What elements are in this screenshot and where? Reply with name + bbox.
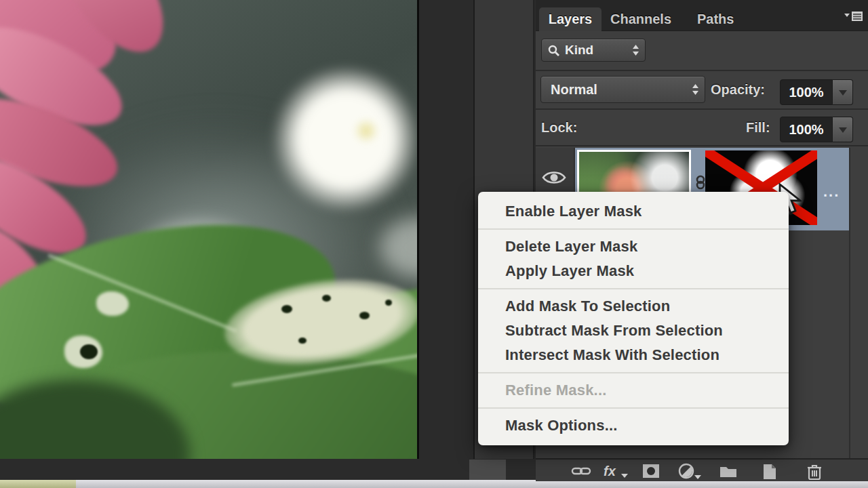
spinner-arrows-icon [632, 45, 639, 56]
filter-row: Kind [536, 32, 868, 68]
layer-mask-context-menu: Enable Layer Mask Delete Layer Mask Appl… [478, 192, 789, 445]
layer-style-icon[interactable]: fx [604, 463, 624, 479]
white-flower [271, 68, 419, 210]
new-layer-icon[interactable] [761, 463, 781, 479]
blend-mode-value: Normal [551, 77, 597, 102]
player-progress-watched[interactable] [0, 480, 76, 488]
tab-channels[interactable]: Channels [610, 7, 671, 31]
delete-layer-icon[interactable] [806, 463, 826, 479]
fill-dropdown-arrow[interactable] [833, 117, 853, 142]
opacity-value[interactable]: 100% [780, 79, 833, 105]
menu-item-delete-layer-mask[interactable]: Delete Layer Mask [478, 235, 789, 259]
tab-layers[interactable]: Layers [539, 7, 601, 31]
panel-bottom-bar: fx [536, 458, 868, 481]
fill-label: Fill: [746, 120, 770, 136]
leaf-spot [385, 300, 392, 306]
add-layer-mask-icon[interactable] [642, 463, 662, 479]
menu-item-enable-layer-mask[interactable]: Enable Layer Mask [478, 199, 789, 224]
panel-tab-bar: Layers Channels Paths [536, 0, 868, 31]
document-canvas[interactable] [0, 0, 419, 459]
white-flower-center [353, 119, 380, 143]
photoshop-window: Layers Channels Paths [0, 0, 868, 488]
menu-item-add-mask-to-selection[interactable]: Add Mask To Selection [478, 294, 789, 319]
lock-row: Lock: Fill: 100% [536, 108, 868, 146]
blend-mode-row: Normal Opacity: 100% [536, 70, 868, 107]
canvas-pedestal [0, 459, 536, 480]
leaf-hole [96, 291, 129, 316]
menu-item-subtract-mask-from-selection[interactable]: Subtract Mask From Selection [478, 319, 789, 343]
spinner-arrows-icon [692, 84, 699, 95]
tab-paths[interactable]: Paths [697, 7, 734, 31]
new-group-icon[interactable] [719, 463, 739, 479]
leaf-spot [322, 295, 331, 302]
fill-value[interactable]: 100% [780, 117, 833, 142]
leaf-spot [359, 312, 370, 319]
lock-label: Lock: [541, 120, 577, 136]
leaf-spot [298, 338, 307, 344]
menu-item-apply-layer-mask[interactable]: Apply Layer Mask [478, 259, 789, 283]
link-layers-icon[interactable] [571, 463, 591, 479]
new-adjustment-layer-icon[interactable] [678, 463, 698, 479]
leaf-hole-dark [80, 344, 98, 359]
blend-mode-dropdown[interactable]: Normal [540, 76, 705, 103]
menu-item-intersect-mask-with-selection[interactable]: Intersect Mask With Selection [478, 343, 789, 367]
kind-filter-dropdown[interactable]: Kind [541, 39, 646, 62]
opacity-dropdown-arrow[interactable] [833, 79, 853, 105]
opacity-label: Opacity: [711, 82, 765, 98]
kind-filter-label: Kind [565, 39, 593, 61]
status-bar-fragment [469, 460, 506, 480]
layer-name-truncated: ... [823, 183, 840, 201]
layer-visibility-eye-icon[interactable] [541, 168, 567, 187]
menu-item-mask-options[interactable]: Mask Options... [478, 413, 789, 438]
menu-item-refine-mask: Refine Mask... [478, 378, 789, 403]
list-right-edge [849, 148, 850, 458]
leaf-spot [281, 305, 292, 313]
panel-menu-icon[interactable] [844, 10, 865, 22]
